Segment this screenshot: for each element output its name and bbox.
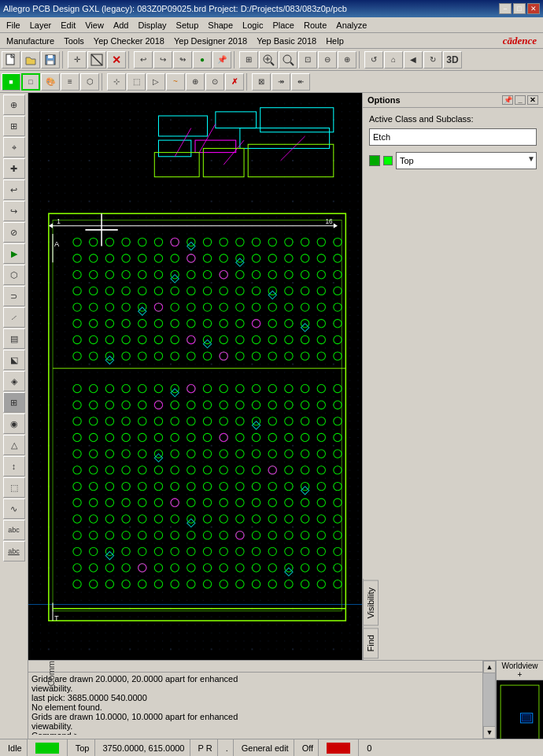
menu-manufacture[interactable]: Manufacture	[2, 35, 59, 47]
menu-edit[interactable]: Edit	[56, 19, 80, 32]
tool-cancel[interactable]: ⊘	[3, 222, 25, 243]
open-button[interactable]	[21, 51, 40, 69]
menu-yep-checker[interactable]: Yep Checker 2018	[89, 35, 169, 47]
tool-fill[interactable]: ▤	[3, 328, 25, 349]
home-btn[interactable]: ⌂	[384, 51, 403, 69]
add-conn-btn[interactable]: ⊕	[186, 73, 205, 91]
ruler-btn[interactable]: ⊹	[107, 73, 126, 91]
scroll-up-btn[interactable]: ▲	[483, 661, 496, 673]
delete-btn[interactable]: ✕	[107, 51, 126, 69]
subclass-dropdown[interactable]: Top Bottom Inner1 Inner2	[396, 152, 537, 169]
colors-btn[interactable]: 🎨	[41, 73, 60, 91]
tool-snap[interactable]: ⊕	[3, 94, 25, 115]
menu-layer[interactable]: Layer	[25, 19, 57, 32]
tool-add[interactable]: ✚	[3, 158, 25, 179]
run-btn[interactable]: ●	[193, 51, 212, 69]
menu-help[interactable]: Help	[321, 35, 349, 47]
tool-origin[interactable]: ⌖	[3, 137, 25, 158]
menu-yep-designer[interactable]: Yep Designer 2018	[169, 35, 252, 47]
tool-text2[interactable]: abc	[3, 541, 25, 561]
menu-route[interactable]: Route	[299, 19, 331, 32]
toolbar-sep-3	[234, 51, 237, 69]
zoom-sel-btn[interactable]: ⊕	[338, 51, 356, 69]
zoom-in-btn[interactable]	[279, 51, 297, 69]
menu-shape[interactable]: Shape	[203, 19, 238, 32]
menu-bar-2: Manufacture Tools Yep Checker 2018 Yep D…	[0, 33, 543, 49]
close-button[interactable]: ✕	[527, 3, 540, 14]
prev-btn[interactable]: ◀	[404, 51, 423, 69]
options-minimize-btn[interactable]: _	[515, 95, 526, 105]
select-btn[interactable]: ▷	[146, 73, 165, 91]
scroll-down-btn[interactable]: ▼	[483, 726, 496, 739]
tool-run[interactable]: ▶	[3, 243, 25, 264]
tool-pin[interactable]: ⬡	[3, 265, 25, 285]
menu-analyze[interactable]: Analyze	[331, 19, 371, 32]
cross-btn[interactable]: ✛	[68, 51, 87, 69]
route-btn[interactable]: ~	[166, 73, 185, 91]
refresh-btn[interactable]: ↺	[364, 51, 383, 69]
subclass-color-green[interactable]	[369, 155, 380, 166]
tool-undo[interactable]: ↩	[3, 180, 25, 200]
options-pin-btn[interactable]: 📌	[502, 95, 513, 105]
assign-btn[interactable]: ↠	[272, 73, 290, 91]
menu-display[interactable]: Display	[133, 19, 171, 32]
menu-setup[interactable]: Setup	[172, 19, 204, 32]
highlight-btn[interactable]: ■	[2, 73, 20, 91]
net-btn[interactable]: ≡	[61, 73, 79, 91]
worldview-canvas[interactable]	[497, 680, 543, 739]
pcb-canvas[interactable]: /* grid rendered via pattern */	[28, 93, 362, 660]
zoom-fit-btn[interactable]: ⊡	[298, 51, 317, 69]
tool-grid[interactable]: ⊞	[3, 116, 25, 136]
subclass-dropdown-wrapper: Top Bottom Inner1 Inner2 ▼	[396, 152, 537, 169]
via-btn[interactable]: ⊙	[205, 73, 224, 91]
3d-btn[interactable]: 3D	[443, 51, 462, 69]
tab-visibility[interactable]: Visibility	[363, 580, 379, 626]
options-close-btn[interactable]: ✕	[527, 95, 538, 105]
zoom-out-btn[interactable]: ⊖	[318, 51, 337, 69]
undo-btn[interactable]: ↩	[134, 51, 153, 69]
options-title: Options	[368, 95, 401, 105]
maximize-button[interactable]: □	[513, 3, 526, 14]
redo2-btn[interactable]: ↬	[173, 51, 192, 69]
svg-line-7	[271, 62, 274, 65]
tool-arc[interactable]: ⊃	[3, 286, 25, 306]
new-button[interactable]	[2, 51, 20, 69]
tool-text1[interactable]: abc	[3, 520, 25, 540]
worldview-header: Worldview +	[497, 661, 543, 680]
tool-grid2[interactable]: ⊞	[3, 392, 25, 413]
save-button[interactable]	[41, 51, 60, 69]
scroll-track[interactable]	[483, 673, 495, 726]
tool-measure[interactable]: ↕	[3, 456, 25, 476]
cut-btn[interactable]	[87, 51, 106, 69]
menu-view[interactable]: View	[80, 19, 109, 32]
comp-btn[interactable]: ⬡	[80, 73, 99, 91]
tool-drill[interactable]: ◉	[3, 413, 25, 434]
pin-btn[interactable]: 📌	[212, 51, 231, 69]
tool-route[interactable]: ⟋	[3, 307, 25, 328]
grid-btn[interactable]: ⊞	[239, 51, 258, 69]
subclass-color-bright-green[interactable]	[383, 156, 393, 165]
class-dropdown[interactable]: Etch Board Geometry Package Geometry Com…	[369, 128, 537, 146]
tool-tri[interactable]: △	[3, 435, 25, 455]
redo-btn[interactable]: ↪	[153, 51, 172, 69]
tool-rect[interactable]: ⬚	[3, 477, 25, 498]
reload-btn[interactable]: ↻	[423, 51, 442, 69]
measure-btn[interactable]: ⬚	[127, 73, 146, 91]
menu-yep-basic[interactable]: Yep Basic 2018	[252, 35, 321, 47]
unroute-btn[interactable]: ↞	[291, 73, 310, 91]
prop-btn[interactable]: ⊠	[252, 73, 271, 91]
dehigh-btn[interactable]: □	[21, 73, 40, 91]
tool-via[interactable]: ⬕	[3, 350, 25, 370]
menu-tools[interactable]: Tools	[59, 35, 89, 47]
menu-file[interactable]: File	[2, 19, 25, 32]
tool-pad[interactable]: ◈	[3, 371, 25, 391]
menu-add[interactable]: Add	[109, 19, 134, 32]
tab-find[interactable]: Find	[363, 628, 379, 658]
tool-wave[interactable]: ∿	[3, 498, 25, 519]
zoom-area-btn[interactable]	[259, 51, 278, 69]
menu-logic[interactable]: Logic	[238, 19, 268, 32]
tool-redo[interactable]: ↪	[3, 201, 25, 221]
minimize-button[interactable]: −	[499, 3, 512, 14]
menu-place[interactable]: Place	[268, 19, 299, 32]
drc-btn[interactable]: ✗	[225, 73, 244, 91]
